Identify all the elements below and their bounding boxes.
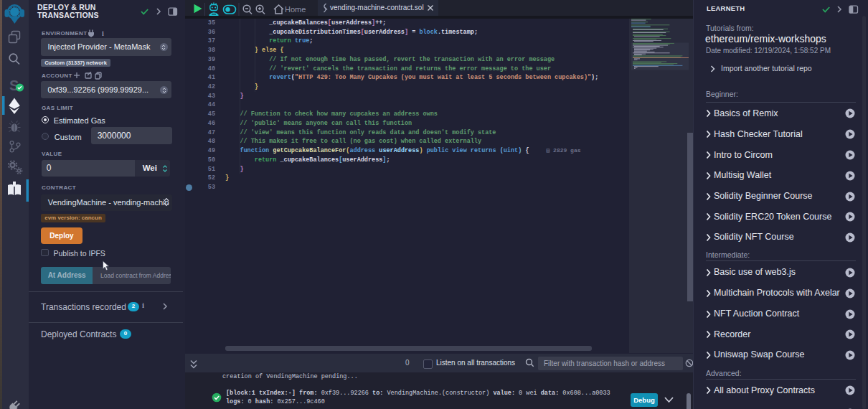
svg-text:i: i xyxy=(102,29,104,37)
